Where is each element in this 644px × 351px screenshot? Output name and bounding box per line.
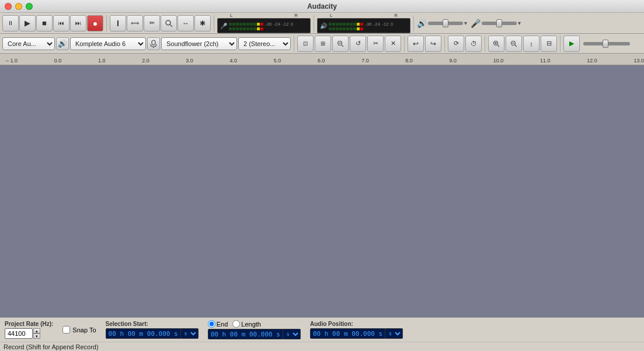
selection-end-unit-select[interactable]: s bbox=[283, 329, 301, 339]
titlebar: Audacity bbox=[0, 0, 644, 13]
input-lr-label: L bbox=[230, 13, 232, 18]
envelope-tool-button[interactable]: ⟺ bbox=[127, 15, 143, 31]
timeshift-tool-button[interactable]: ↔ bbox=[177, 15, 194, 31]
redo-button[interactable]: ↪ bbox=[425, 36, 441, 52]
stop-button[interactable]: ■ bbox=[36, 15, 53, 31]
transport-controls: ⏸ ▶ ■ ⏮ ⏭ ● bbox=[2, 15, 103, 31]
trim-audio-button[interactable]: ✂ bbox=[367, 36, 384, 52]
ruler-mark-0: 0.0 bbox=[54, 58, 62, 64]
separator-7 bbox=[444, 36, 445, 52]
separator-4 bbox=[413, 15, 414, 31]
timer-record-button[interactable]: ⏱ bbox=[465, 36, 482, 52]
fit-all-button[interactable]: ⊟ bbox=[541, 36, 557, 52]
svg-line-13 bbox=[515, 45, 517, 47]
audio-position-value[interactable]: 00 h 00 m 00.000 s bbox=[310, 328, 385, 339]
ruler-mark-neg1: – 1.0 bbox=[6, 58, 18, 64]
skip-start-button[interactable]: ⏮ bbox=[53, 15, 69, 31]
snap-to-checkbox[interactable] bbox=[62, 326, 70, 334]
ruler-mark-12: 12.0 bbox=[587, 58, 597, 64]
play-at-speed-button[interactable]: ▶ bbox=[563, 36, 580, 52]
end-label: End bbox=[217, 321, 228, 328]
separator-6 bbox=[404, 36, 405, 52]
record-button[interactable]: ● bbox=[87, 15, 103, 31]
snap-to-label: Snap To bbox=[72, 327, 96, 334]
track-area[interactable] bbox=[0, 65, 644, 317]
toolbar-devices: Core Au... 🔊 Komplete Audio 6 Soundflowe… bbox=[0, 34, 644, 54]
ruler-mark-13: 13.0 bbox=[633, 58, 644, 64]
ruler-mark-6: 6.0 bbox=[318, 58, 325, 64]
silence-button[interactable]: ✕ bbox=[385, 36, 401, 52]
audio-host-select[interactable]: Core Au... bbox=[2, 37, 55, 50]
audio-position-unit-select[interactable]: s bbox=[385, 328, 403, 339]
recording-device-icon[interactable] bbox=[147, 37, 160, 50]
project-rate-section: Project Rate (Hz): ▴ ▾ bbox=[5, 321, 53, 339]
separator-3 bbox=[314, 15, 314, 31]
output-device-select[interactable]: Komplete Audio 6 bbox=[70, 37, 146, 50]
zoom-sel-button[interactable]: ⊞ bbox=[315, 36, 331, 52]
ruler-mark-5: 5.0 bbox=[274, 58, 281, 64]
window-controls bbox=[5, 3, 33, 10]
maximize-button[interactable] bbox=[26, 3, 33, 10]
separator-8 bbox=[485, 36, 485, 52]
snap-to-section: Snap To bbox=[62, 326, 96, 334]
fit-vertically-button[interactable]: ↕ bbox=[523, 36, 539, 52]
ruler-mark-8: 8.0 bbox=[405, 58, 413, 64]
project-rate-input[interactable] bbox=[5, 328, 33, 339]
status-line: Record (Shift for Append Record) bbox=[0, 342, 644, 351]
multi-tool-button[interactable]: ✱ bbox=[194, 15, 211, 31]
toolbar-transport: ⏸ ▶ ■ ⏮ ⏭ ● I ⟺ ✏ ↔ ✱ L R 🎤 bbox=[0, 13, 644, 34]
zoom-in-button[interactable] bbox=[488, 36, 504, 52]
input-source-select[interactable]: Soundflower (2ch) bbox=[161, 37, 237, 50]
draw-tool-button[interactable]: ✏ bbox=[144, 15, 160, 31]
output-vu-meter[interactable]: 🔊 -36 -24 -12 0 bbox=[317, 18, 410, 33]
svg-point-0 bbox=[166, 20, 170, 25]
selection-tool-button[interactable]: I bbox=[110, 15, 126, 31]
pause-button[interactable]: ⏸ bbox=[2, 15, 19, 31]
input-vu-meter[interactable]: 🎤 -36 -24 -12 0 bbox=[217, 18, 311, 33]
output-volume-control: 🔊 ▾ bbox=[417, 19, 467, 28]
down-arrow2-icon: ▾ bbox=[518, 20, 521, 26]
speaker-icon: 🔊 bbox=[417, 19, 427, 28]
project-rate-down[interactable]: ▾ bbox=[33, 334, 40, 339]
end-radio[interactable] bbox=[208, 320, 215, 328]
selection-start-unit-select[interactable]: s bbox=[181, 328, 199, 339]
loop-button[interactable]: ↺ bbox=[350, 36, 366, 52]
ruler-mark-3: 3.0 bbox=[186, 58, 193, 64]
channels-select[interactable]: 2 (Stereo... bbox=[238, 37, 291, 50]
end-length-section: End Length 00 h 00 m 00.000 s s bbox=[208, 320, 301, 339]
minimize-button[interactable] bbox=[15, 3, 22, 10]
undo-button[interactable]: ↩ bbox=[408, 36, 424, 52]
tool-selector: I ⟺ ✏ ↔ ✱ bbox=[110, 15, 211, 31]
sync-lock-button[interactable]: ⟳ bbox=[448, 36, 464, 52]
timeline-ruler: – 1.0 0.0 1.0 2.0 3.0 4.0 5.0 6.0 7.0 8.… bbox=[0, 54, 644, 65]
status-message: Record (Shift for Append Record) bbox=[4, 343, 99, 350]
svg-line-10 bbox=[497, 45, 499, 47]
ruler-mark-4: 4.0 bbox=[230, 58, 238, 64]
separator-2 bbox=[214, 15, 214, 31]
skip-end-button[interactable]: ⏭ bbox=[70, 15, 86, 31]
input-gain-slider[interactable] bbox=[482, 22, 517, 25]
length-radio[interactable] bbox=[232, 320, 240, 328]
selection-end-value[interactable]: 00 h 00 m 00.000 s bbox=[208, 329, 283, 339]
zoom-out-button[interactable] bbox=[332, 36, 349, 52]
playback-device-icon[interactable]: 🔊 bbox=[56, 37, 69, 50]
play-speed-slider[interactable] bbox=[583, 42, 630, 45]
ruler-mark-1: 1.0 bbox=[98, 58, 106, 64]
svg-rect-2 bbox=[152, 40, 155, 45]
input-gain-control: 🎤 ▾ bbox=[471, 19, 521, 28]
project-rate-up[interactable]: ▴ bbox=[33, 328, 40, 334]
ruler-mark-11: 11.0 bbox=[540, 58, 551, 64]
audio-position-section: Audio Position: 00 h 00 m 00.000 s s bbox=[310, 321, 403, 339]
fit-project-button[interactable]: ⊡ bbox=[297, 36, 314, 52]
ruler-mark-10: 10.0 bbox=[493, 58, 504, 64]
selection-start-value[interactable]: 00 h 00 m 00.000 s bbox=[106, 328, 181, 339]
ruler-mark-2: 2.0 bbox=[142, 58, 149, 64]
zoom-tool-button[interactable] bbox=[161, 15, 177, 31]
zoom-out2-button[interactable] bbox=[506, 36, 522, 52]
input-meter-click-icon: 🎤 bbox=[220, 23, 227, 29]
play-button[interactable]: ▶ bbox=[19, 15, 36, 31]
output-l-label: L bbox=[330, 13, 332, 18]
separator-9 bbox=[560, 36, 561, 52]
close-button[interactable] bbox=[5, 3, 12, 10]
output-volume-slider[interactable] bbox=[428, 22, 463, 25]
